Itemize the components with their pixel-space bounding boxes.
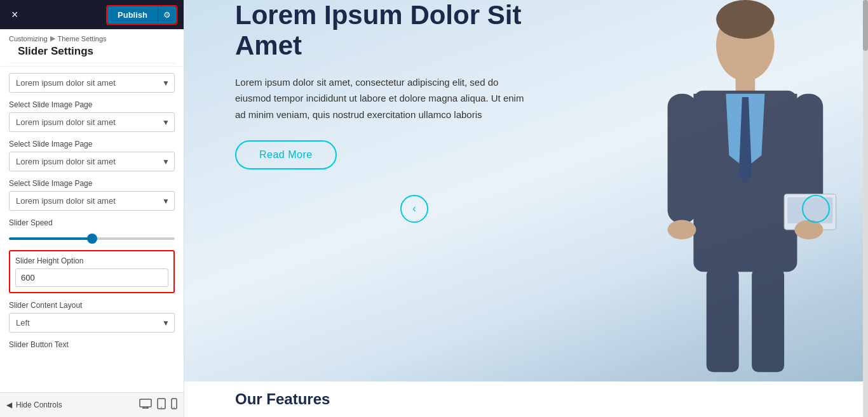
right-scrollbar[interactable]: [863, 0, 868, 417]
content-layout-select-wrapper: Left Center Right ▼: [9, 313, 175, 333]
slider-track-wrapper: [9, 231, 175, 242]
section-title: Slider Settings: [9, 43, 175, 63]
svg-point-5: [161, 407, 162, 408]
select-wrapper-2: Lorem ipsum dolor sit amet ▼: [9, 112, 175, 132]
field-group-4: Select Slide Image Page Lorem ipsum dolo…: [9, 179, 175, 211]
button-text-group: Slider Button Text: [9, 340, 175, 349]
mobile-icon-button[interactable]: [171, 398, 177, 412]
button-text-label: Slider Button Text: [9, 340, 175, 349]
breadcrumb: Customizing ▶ Theme Settings: [9, 34, 175, 43]
svg-rect-16: [668, 94, 697, 223]
slide-image-label-2: Select Slide Image Page: [9, 140, 175, 149]
svg-point-20: [668, 220, 696, 240]
svg-rect-0: [140, 399, 151, 407]
select-wrapper-3: Lorem ipsum dolor sit amet ▼: [9, 152, 175, 171]
preview-area: ‹ Lorem Ipsum Dolor Sit Amet Lorem ipsum…: [184, 0, 868, 417]
customizer-panel: × Publish ⚙ Customizing ▶ Theme Settings…: [0, 0, 184, 417]
read-more-button[interactable]: Read More: [235, 140, 337, 169]
slider-height-label: Slider Height Option: [15, 256, 168, 265]
select-wrapper-1: Lorem ipsum dolor sit amet ▼: [9, 73, 175, 93]
slider-height-box: Slider Height Option: [9, 250, 175, 293]
person-illustration: [648, 0, 843, 375]
select-wrapper-4: Lorem ipsum dolor sit amet ▼: [9, 191, 175, 211]
slide-select-3[interactable]: Lorem ipsum dolor sit amet: [9, 152, 175, 171]
slider-speed-input[interactable]: [9, 237, 175, 240]
panel-content: Lorem ipsum dolor sit amet ▼ Select Slid…: [0, 67, 184, 392]
content-layout-group: Slider Content Layout Left Center Right …: [9, 301, 175, 333]
field-group-1: Lorem ipsum dolor sit amet ▼: [9, 73, 175, 93]
customizing-link[interactable]: Customizing: [9, 35, 48, 43]
bottom-bar: ◀ Hide Controls: [0, 392, 184, 417]
slider-height-input[interactable]: [15, 268, 168, 287]
our-features-bar: Our Features: [184, 381, 868, 417]
our-features-title: Our Features: [235, 390, 330, 408]
slide-select-2[interactable]: Lorem ipsum dolor sit amet: [9, 112, 175, 132]
device-icons: [139, 398, 177, 412]
slide-select-1[interactable]: Lorem ipsum dolor sit amet: [9, 73, 175, 93]
prev-arrow-icon: ‹: [412, 202, 416, 215]
desktop-icon-button[interactable]: [139, 398, 152, 412]
left-arrow-icon: ◀: [6, 400, 12, 409]
hide-controls-button[interactable]: ◀ Hide Controls: [6, 400, 62, 409]
svg-point-9: [716, 0, 775, 39]
scrollbar-thumb[interactable]: [863, 0, 868, 51]
gear-button[interactable]: ⚙: [158, 6, 176, 23]
svg-rect-23: [752, 268, 784, 372]
theme-settings-link[interactable]: Theme Settings: [58, 35, 107, 43]
slider-speed-label: Slider Speed: [9, 218, 175, 227]
breadcrumb-bar: Customizing ▶ Theme Settings Slider Sett…: [0, 29, 184, 67]
next-dot-indicator[interactable]: [802, 195, 830, 223]
slide-image-label-1: Select Slide Image Page: [9, 100, 175, 109]
slide-image-label-3: Select Slide Image Page: [9, 179, 175, 188]
publish-area: Publish ⚙: [106, 5, 177, 25]
slide-select-4[interactable]: Lorem ipsum dolor sit amet: [9, 191, 175, 211]
field-group-2: Select Slide Image Page Lorem ipsum dolo…: [9, 100, 175, 132]
publish-button[interactable]: Publish: [107, 6, 158, 23]
close-button[interactable]: ×: [6, 6, 24, 24]
slider-speed-group: Slider Speed: [9, 218, 175, 242]
breadcrumb-separator: ▶: [50, 34, 55, 43]
svg-point-7: [173, 407, 174, 407]
svg-point-21: [795, 220, 824, 240]
tablet-icon-button[interactable]: [157, 398, 166, 412]
field-group-3: Select Slide Image Page Lorem ipsum dolo…: [9, 140, 175, 171]
content-layout-label: Slider Content Layout: [9, 301, 175, 310]
svg-rect-22: [707, 268, 739, 372]
hide-controls-label: Hide Controls: [16, 400, 62, 409]
prev-arrow-button[interactable]: ‹: [400, 195, 428, 223]
hero-title: Lorem Ipsum Dolor Sit Amet: [235, 0, 527, 62]
top-bar: × Publish ⚙: [0, 0, 184, 29]
hero-content: Lorem Ipsum Dolor Sit Amet Lorem ipsum d…: [235, 0, 527, 169]
content-layout-select[interactable]: Left Center Right: [9, 313, 175, 333]
hero-description: Lorem ipsum dolor sit amet, consectetur …: [235, 74, 527, 123]
